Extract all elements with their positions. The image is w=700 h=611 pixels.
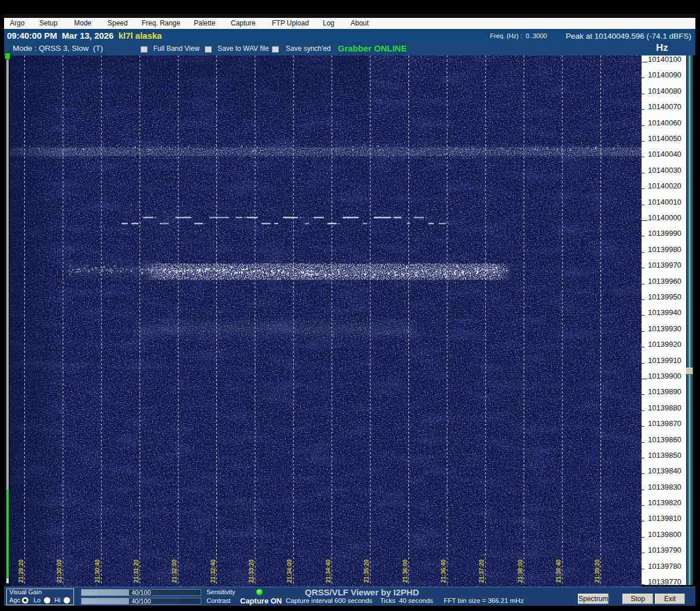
svg-text:21:29:20: 21:29:20 xyxy=(18,560,24,583)
svg-text:21:39:20: 21:39:20 xyxy=(594,560,600,583)
svg-text:21:31:20: 21:31:20 xyxy=(133,560,139,583)
svg-text:21:33:20: 21:33:20 xyxy=(248,560,255,583)
svg-text:21:35:20: 21:35:20 xyxy=(363,560,370,583)
svg-text:21:38:00: 21:38:00 xyxy=(517,560,524,583)
svg-text:21:36:40: 21:36:40 xyxy=(440,560,447,583)
svg-text:21:37:20: 21:37:20 xyxy=(478,560,485,583)
svg-text:21:30:00: 21:30:00 xyxy=(56,560,62,583)
svg-text:21:38:40: 21:38:40 xyxy=(555,560,562,583)
svg-text:21:30:40: 21:30:40 xyxy=(94,560,101,583)
svg-text:21:34:00: 21:34:00 xyxy=(286,560,293,583)
svg-text:21:32:40: 21:32:40 xyxy=(210,560,216,583)
svg-text:21:36:00: 21:36:00 xyxy=(402,560,408,583)
svg-text:21:34:40: 21:34:40 xyxy=(325,560,331,583)
svg-text:21:32:00: 21:32:00 xyxy=(171,560,178,583)
